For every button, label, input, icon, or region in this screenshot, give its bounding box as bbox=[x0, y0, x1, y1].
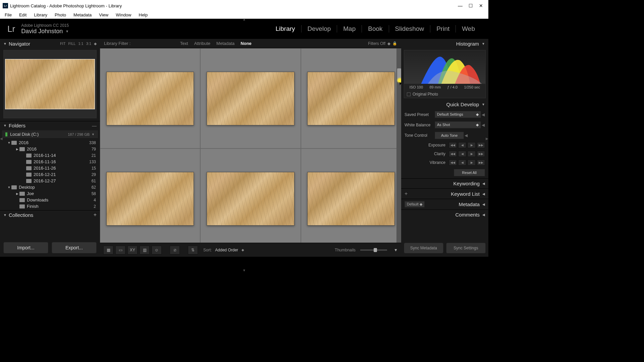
filter-none[interactable]: None bbox=[240, 41, 252, 46]
zoom-fit[interactable]: FIT bbox=[60, 42, 66, 46]
clarity-dec-button[interactable]: ◀ bbox=[458, 151, 466, 157]
dropdown-icon[interactable]: ◆ bbox=[241, 248, 244, 252]
folder-row[interactable]: 2016-12-2129 bbox=[0, 171, 100, 178]
navigator-header[interactable]: ▼ Navigator FIT FILL 1:1 3:1 ◆ bbox=[0, 39, 100, 49]
exposure-inc2-button[interactable]: ▶▶ bbox=[477, 142, 485, 148]
folder-row[interactable]: 2016-11-16133 bbox=[0, 159, 100, 165]
original-photo-checkbox[interactable] bbox=[407, 93, 411, 96]
histogram-header[interactable]: Histogram ▼ bbox=[401, 39, 488, 49]
auto-tone-button[interactable]: Auto Tone bbox=[435, 132, 464, 139]
module-book[interactable]: Book bbox=[362, 25, 389, 33]
export-button[interactable]: Export... bbox=[52, 242, 97, 253]
grid-view[interactable]: ➤ bbox=[100, 48, 401, 243]
filter-status[interactable]: Filters Off bbox=[368, 41, 385, 46]
zoom-1-1[interactable]: 1:1 bbox=[78, 42, 83, 46]
grid-cell[interactable] bbox=[200, 48, 301, 148]
folder-row[interactable]: ▼Desktop62 bbox=[0, 184, 100, 190]
preset-select[interactable]: Default Settings◆ bbox=[435, 111, 481, 118]
people-view-button[interactable]: ☺ bbox=[152, 246, 162, 254]
vibrance-dec-button[interactable]: ◀ bbox=[458, 160, 466, 166]
minimize-button[interactable]: — bbox=[458, 3, 463, 8]
grid-cell[interactable] bbox=[301, 48, 401, 148]
module-map[interactable]: Map bbox=[337, 25, 362, 33]
sort-value[interactable]: Added Order bbox=[215, 248, 238, 252]
close-button[interactable]: ✕ bbox=[479, 3, 483, 8]
menu-window[interactable]: Window bbox=[112, 12, 135, 18]
grid-cell[interactable] bbox=[301, 148, 401, 243]
identity-plate[interactable]: David Johnston ▼ bbox=[21, 28, 69, 35]
zoom-fill[interactable]: FILL bbox=[68, 42, 75, 46]
folder-row[interactable]: 2016-11-2615 bbox=[0, 165, 100, 171]
navigator-preview[interactable] bbox=[3, 50, 97, 118]
quick-develop-header[interactable]: Quick Develop ▼ bbox=[401, 100, 488, 109]
lock-icon[interactable]: 🔒 bbox=[392, 41, 397, 46]
loupe-view-button[interactable]: ▭ bbox=[115, 246, 125, 254]
folder-row[interactable]: Downloads4 bbox=[0, 197, 100, 203]
menu-file[interactable]: File bbox=[1, 12, 15, 18]
menu-library[interactable]: Library bbox=[31, 12, 51, 18]
menu-metadata[interactable]: Metadata bbox=[70, 12, 95, 18]
module-print[interactable]: Print bbox=[430, 25, 456, 33]
histogram-graph[interactable] bbox=[404, 50, 485, 84]
filter-attribute[interactable]: Attribute bbox=[194, 41, 210, 46]
collapse-right-icon[interactable]: ▶ bbox=[486, 137, 488, 143]
vibrance-inc-button[interactable]: ▶ bbox=[468, 160, 476, 166]
grid-cell[interactable] bbox=[100, 148, 200, 243]
keywording-header[interactable]: Keywording ◀ bbox=[401, 178, 488, 188]
vibrance-inc2-button[interactable]: ▶▶ bbox=[477, 160, 485, 166]
folders-menu-icon[interactable]: — bbox=[92, 123, 97, 128]
clarity-dec2-button[interactable]: ◀◀ bbox=[449, 151, 457, 157]
collapse-left-icon[interactable]: ◀ bbox=[0, 137, 3, 143]
disk-row[interactable]: Local Disk (C:) 187 / 298 GB ▼ bbox=[2, 130, 98, 138]
filter-text[interactable]: Text bbox=[180, 41, 188, 46]
exposure-inc-button[interactable]: ▶ bbox=[468, 142, 476, 148]
metadata-preset-select[interactable]: Default ◆ bbox=[405, 201, 425, 207]
module-library[interactable]: Library bbox=[270, 25, 302, 33]
folder-expand-icon[interactable]: ▶ bbox=[15, 192, 19, 195]
grid-cell[interactable] bbox=[200, 148, 301, 243]
folder-row[interactable]: 2016-11-1421 bbox=[0, 152, 100, 159]
reset-all-button[interactable]: Reset All bbox=[454, 169, 485, 176]
thumbnail-size-slider[interactable] bbox=[360, 249, 387, 251]
folder-expand-icon[interactable]: ▼ bbox=[7, 186, 11, 189]
collapse-top-icon[interactable]: ▲ bbox=[243, 17, 246, 21]
sync-metadata-button[interactable]: Sync Metadata bbox=[404, 243, 443, 253]
wb-select[interactable]: As Shot◆ bbox=[435, 121, 481, 128]
folder-row[interactable]: 2016-12-2761 bbox=[0, 178, 100, 184]
add-keyword-icon[interactable]: + bbox=[405, 191, 408, 197]
folder-expand-icon[interactable]: ▼ bbox=[7, 141, 11, 144]
filter-metadata[interactable]: Metadata bbox=[216, 41, 234, 46]
folders-header[interactable]: ▼ Folders — bbox=[0, 121, 100, 130]
module-slideshow[interactable]: Slideshow bbox=[389, 25, 431, 33]
module-develop[interactable]: Develop bbox=[302, 25, 337, 33]
maximize-button[interactable]: ☐ bbox=[469, 3, 473, 8]
clarity-inc2-button[interactable]: ▶▶ bbox=[477, 151, 485, 157]
zoom-3-1[interactable]: 3:1 bbox=[86, 42, 91, 46]
clarity-inc-button[interactable]: ▶ bbox=[468, 151, 476, 157]
import-button[interactable]: Import... bbox=[3, 242, 48, 253]
metadata-header[interactable]: Default ◆ Metadata ◀ bbox=[401, 199, 488, 209]
survey-view-button[interactable]: ▥ bbox=[140, 246, 150, 254]
compare-view-button[interactable]: XY bbox=[127, 246, 138, 254]
collapse-bottom-icon[interactable]: ▼ bbox=[243, 268, 246, 272]
menu-help[interactable]: Help bbox=[136, 12, 151, 18]
sort-direction-button[interactable]: ⇅ bbox=[188, 246, 198, 254]
expand-icon[interactable]: ◀ bbox=[481, 112, 485, 117]
expand-icon[interactable]: ◀ bbox=[481, 123, 485, 127]
painter-tool-button[interactable]: ⎚ bbox=[170, 246, 180, 254]
expand-icon[interactable]: ◀ bbox=[464, 133, 468, 138]
grid-cell[interactable] bbox=[100, 48, 200, 148]
folder-row[interactable]: ▶201679 bbox=[0, 146, 100, 152]
exposure-dec-button[interactable]: ◀ bbox=[458, 142, 466, 148]
zoom-dropdown-icon[interactable]: ◆ bbox=[94, 42, 97, 46]
menu-photo[interactable]: Photo bbox=[51, 12, 69, 18]
folder-expand-icon[interactable]: ▶ bbox=[15, 147, 19, 151]
comments-header[interactable]: Comments ◀ bbox=[401, 209, 488, 220]
slider-handle[interactable] bbox=[374, 248, 377, 252]
folder-row[interactable]: ▶Joe58 bbox=[0, 190, 100, 197]
sync-settings-button[interactable]: Sync Settings bbox=[446, 243, 486, 253]
add-collection-icon[interactable]: + bbox=[94, 212, 97, 218]
menu-view[interactable]: View bbox=[96, 12, 112, 18]
toolbar-menu-icon[interactable]: ▼ bbox=[394, 248, 398, 252]
keyword-list-header[interactable]: + Keyword List ◀ bbox=[401, 188, 488, 199]
